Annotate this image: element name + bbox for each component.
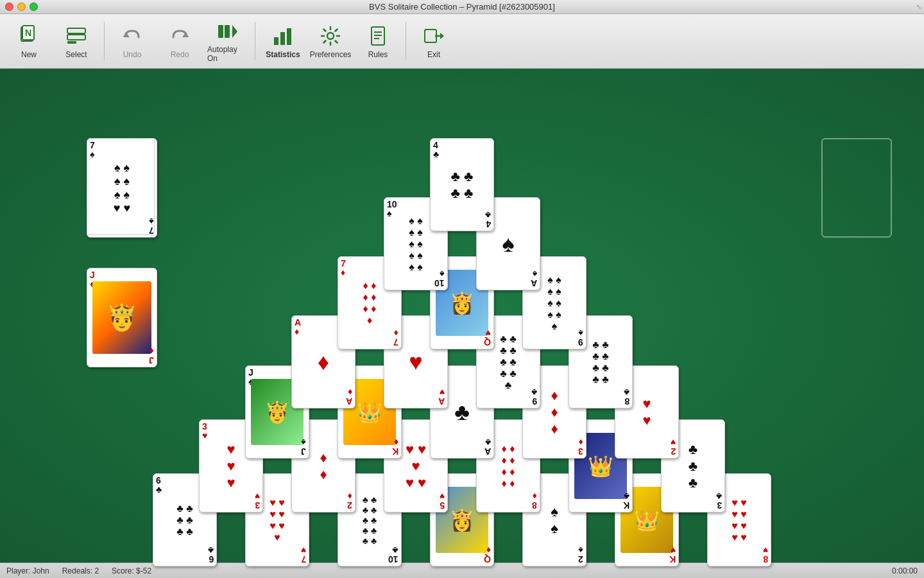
preferences-label: Preferences (310, 50, 352, 59)
svg-point-14 (327, 33, 334, 39)
svg-rect-11 (274, 37, 278, 45)
deck-center: ♠ ♠♠ ♠♠ ♠♥ ♥ (114, 161, 130, 215)
resize-icon: ⤡ (916, 3, 921, 10)
status-left: Player: John Redeals: 2 Score: $-52 (6, 566, 151, 575)
svg-rect-19 (425, 30, 436, 42)
new-button[interactable]: N New (6, 17, 51, 66)
separator-1 (104, 22, 105, 60)
svg-rect-3 (67, 28, 85, 33)
exit-icon (421, 23, 447, 49)
svg-rect-4 (67, 35, 85, 40)
rules-button[interactable]: Rules (355, 17, 400, 66)
separator-2 (255, 22, 255, 60)
svg-rect-9 (225, 25, 230, 38)
deck-card[interactable]: 7♠ ♠ ♠♠ ♠♠ ♠♥ ♥ 7♠ (87, 138, 157, 238)
svg-rect-13 (287, 28, 291, 45)
toolbar: N New Select Undo (0, 14, 924, 69)
title-bar: BVS Solitaire Collection – Pyramid [#262… (0, 0, 924, 14)
time-info: 0:00:00 (892, 566, 918, 575)
waste-face: 🤴 (92, 281, 151, 354)
deck-rank-top: 7♠ (90, 141, 95, 159)
exit-button[interactable]: Exit (411, 17, 456, 66)
undo-label: Undo (123, 50, 142, 59)
player-info: Player: John (6, 566, 49, 575)
new-label: New (21, 50, 37, 59)
select-icon (64, 23, 89, 49)
select-label: Select (65, 50, 87, 59)
waste-card[interactable]: J♦ 🤴 J♦ (87, 268, 157, 367)
redo-icon (167, 23, 193, 49)
statistics-label: Statistics (266, 50, 300, 59)
select-button[interactable]: Select (54, 17, 99, 66)
close-button[interactable] (5, 3, 13, 11)
autoplay-icon (214, 20, 240, 44)
redo-button[interactable]: Redo (157, 17, 202, 66)
svg-rect-8 (218, 25, 223, 38)
separator-3 (406, 22, 406, 60)
pyramid-r1-c1[interactable]: 4♣ ♣ ♣♣ ♣ 4♣ (430, 138, 494, 231)
statistics-button[interactable]: Statistics (261, 17, 305, 66)
statistics-icon (270, 23, 296, 49)
autoplay-button[interactable]: Autoplay On (205, 17, 250, 66)
minimize-button[interactable] (17, 3, 26, 11)
exit-label: Exit (427, 50, 440, 59)
undo-icon (119, 23, 145, 49)
svg-rect-5 (67, 41, 76, 44)
window-title: BVS Solitaire Collection – Pyramid [#262… (369, 2, 555, 12)
deck-rank-bottom: 7♠ (149, 217, 154, 235)
svg-text:N: N (25, 28, 31, 38)
preferences-button[interactable]: Preferences (308, 17, 353, 66)
svg-marker-21 (440, 33, 444, 39)
game-area: 7♠ ♠ ♠♠ ♠♠ ♠♥ ♥ 7♠ J♦ 🤴 J♦ 4♣ ♣ ♣♣ ♣ 4♣ … (0, 69, 924, 563)
svg-marker-10 (232, 25, 237, 38)
redo-label: Redo (171, 50, 189, 59)
autoplay-label: Autoplay On (207, 45, 247, 63)
svg-rect-12 (280, 32, 285, 45)
window-controls (5, 3, 38, 11)
rules-icon (365, 23, 391, 49)
redeals-info: Redeals: 2 (62, 566, 99, 575)
preferences-icon (318, 23, 343, 49)
empty-foundation[interactable] (821, 138, 892, 238)
maximize-button[interactable] (30, 3, 38, 11)
rules-label: Rules (368, 50, 388, 59)
new-icon: N (16, 23, 42, 49)
score-info: Score: $-52 (112, 566, 151, 575)
undo-button[interactable]: Undo (110, 17, 155, 66)
waste-rank-bottom: J♦ (149, 347, 154, 365)
